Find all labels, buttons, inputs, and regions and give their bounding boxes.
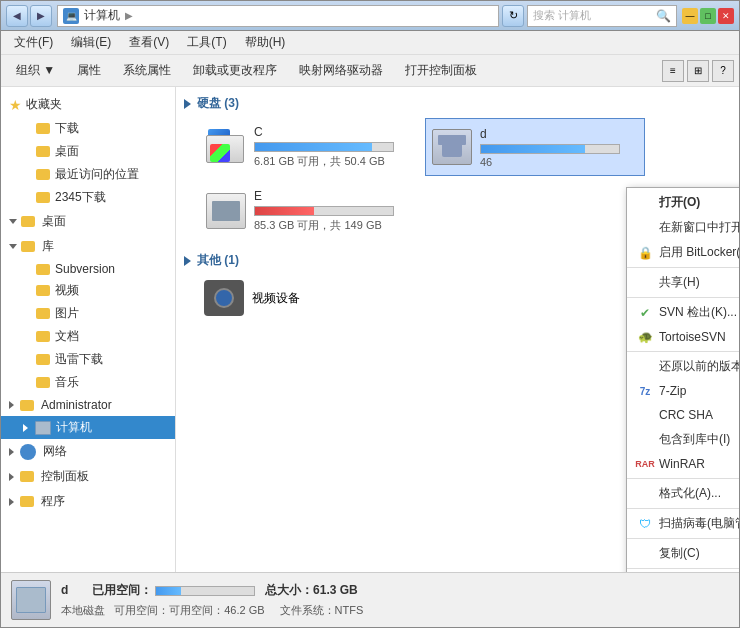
sidebar-library-label: 库 — [42, 238, 54, 255]
ctx-format[interactable]: 格式化(A)... — [627, 481, 739, 506]
toolbar-system-properties[interactable]: 系统属性 — [113, 58, 181, 83]
sidebar: ★ 收藏夹 下载 桌面 最近访问的位置 2345下载 — [1, 87, 176, 572]
sidebar-library-header[interactable]: 库 — [1, 234, 175, 259]
ctx-tortoise-icon: 🐢 — [637, 329, 653, 345]
sidebar-pictures-label: 图片 — [55, 305, 79, 322]
menu-view[interactable]: 查看(V) — [121, 32, 177, 53]
sidebar-item-desktop[interactable]: 桌面 — [1, 140, 175, 163]
search-placeholder: 搜索 计算机 — [533, 8, 653, 23]
ctx-bitlocker-label: 启用 BitLocker(B)... — [659, 244, 739, 261]
computer-icon — [35, 421, 51, 435]
sidebar-programs-header[interactable]: 程序 — [1, 489, 175, 514]
toolbar-uninstall[interactable]: 卸载或更改程序 — [183, 58, 287, 83]
sidebar-network-header[interactable]: 网络 — [1, 439, 175, 464]
drive-c-icon — [206, 129, 246, 165]
ctx-separator — [627, 568, 739, 569]
toolbar-control-panel[interactable]: 打开控制面板 — [395, 58, 487, 83]
sidebar-favorites-header[interactable]: ★ 收藏夹 — [1, 92, 175, 117]
ctx-library-icon — [637, 432, 653, 448]
address-bar[interactable]: 💻 计算机 ▶ — [57, 5, 499, 27]
ctx-include-library-label: 包含到库中(I) — [659, 431, 730, 448]
menu-edit[interactable]: 编辑(E) — [63, 32, 119, 53]
ctx-restore-version[interactable]: 还原以前的版本(V) — [627, 354, 739, 379]
folder-icon — [36, 331, 50, 342]
drive-d-inner — [442, 137, 462, 157]
ctx-svn-checkout[interactable]: ✔ SVN 检出(K)... — [627, 300, 739, 325]
ctx-crc-sha[interactable]: CRC SHA ▶ — [627, 403, 739, 427]
toolbar-organize[interactable]: 组织 ▼ — [6, 58, 65, 83]
sidebar-control-panel-header[interactable]: 控制面板 — [1, 464, 175, 489]
hard-drives-label: 硬盘 (3) — [197, 95, 239, 112]
view-grid-button[interactable]: ⊞ — [687, 60, 709, 82]
menu-tools[interactable]: 工具(T) — [179, 32, 234, 53]
ctx-create-shortcut[interactable]: 创建快捷方式(S) — [627, 571, 739, 572]
view-details-button[interactable]: ≡ — [662, 60, 684, 82]
sidebar-control-panel-label: 控制面板 — [41, 468, 89, 485]
ctx-restore-label: 还原以前的版本(V) — [659, 358, 739, 375]
statusbar: d 已用空间： 总大小：61.3 GB 本地磁盘 可用空间：可用空间：46.2 … — [1, 572, 739, 627]
sidebar-item-subversion[interactable]: Subversion — [1, 259, 175, 279]
drive-d[interactable]: d 46 — [425, 118, 645, 176]
disk-body — [206, 135, 244, 163]
sidebar-docs-label: 文档 — [55, 328, 79, 345]
ctx-new-window-icon — [637, 220, 653, 236]
ctx-share[interactable]: 共享(H) ▶ — [627, 270, 739, 295]
sidebar-item-computer[interactable]: 计算机 — [1, 416, 175, 439]
favorites-star-icon: ★ — [9, 97, 22, 113]
collapse-icon — [9, 473, 14, 481]
sidebar-admin-header[interactable]: Administrator — [1, 394, 175, 416]
sidebar-item-video[interactable]: 视频 — [1, 279, 175, 302]
section-triangle-icon — [184, 99, 191, 109]
ctx-tortoise-svn[interactable]: 🐢 TortoiseSVN ▶ — [627, 325, 739, 349]
sidebar-desktop-header[interactable]: 桌面 — [1, 209, 175, 234]
sidebar-item-2345[interactable]: 2345下载 — [1, 186, 175, 209]
sidebar-item-download[interactable]: 下载 — [1, 117, 175, 140]
sidebar-item-thunder[interactable]: 迅雷下载 — [1, 348, 175, 371]
collapse-icon — [9, 448, 14, 456]
folder-icon — [36, 285, 50, 296]
search-icon[interactable]: 🔍 — [656, 9, 671, 23]
drive-d-icon — [432, 129, 472, 165]
ctx-svn-checkout-label: SVN 检出(K)... — [659, 304, 737, 321]
drive-c-fill — [255, 143, 372, 151]
ctx-7zip[interactable]: 7z 7-Zip ▶ — [627, 379, 739, 403]
ctx-open-new-window[interactable]: 在新窗口中打开(E) — [627, 215, 739, 240]
ctx-include-library[interactable]: 包含到库中(I) ▶ — [627, 427, 739, 452]
search-bar[interactable]: 搜索 计算机 🔍 — [527, 5, 677, 27]
sidebar-thunder-label: 迅雷下载 — [55, 351, 103, 368]
back-button[interactable]: ◀ — [6, 5, 28, 27]
ctx-bitlocker[interactable]: 🔒 启用 BitLocker(B)... — [627, 240, 739, 265]
ctx-winrar[interactable]: RAR WinRAR ▶ — [627, 452, 739, 476]
sidebar-item-recent[interactable]: 最近访问的位置 — [1, 163, 175, 186]
forward-button[interactable]: ▶ — [30, 5, 52, 27]
minimize-button[interactable]: — — [682, 8, 698, 24]
ctx-copy[interactable]: 复制(C) — [627, 541, 739, 566]
close-button[interactable]: ✕ — [718, 8, 734, 24]
sidebar-item-pictures[interactable]: 图片 — [1, 302, 175, 325]
ctx-svn-icon: ✔ — [637, 305, 653, 321]
folder-icon — [36, 264, 50, 275]
webcam-lens — [214, 288, 234, 308]
ctx-format-label: 格式化(A)... — [659, 485, 721, 502]
drive-e[interactable]: E 85.3 GB 可用，共 149 GB — [199, 182, 419, 240]
menu-help[interactable]: 帮助(H) — [237, 32, 294, 53]
toolbar-map-drive[interactable]: 映射网络驱动器 — [289, 58, 393, 83]
ctx-7zip-label: 7-Zip — [659, 384, 686, 398]
ctx-scan-virus[interactable]: 🛡 扫描病毒(电脑管家) — [627, 511, 739, 536]
ctx-separator — [627, 538, 739, 539]
folder-icon — [36, 146, 50, 157]
status-bar-bg — [155, 586, 255, 596]
ctx-open[interactable]: 打开(O) — [627, 190, 739, 215]
toolbar-view-controls: ≡ ⊞ ? — [662, 60, 734, 82]
view-help-button[interactable]: ? — [712, 60, 734, 82]
refresh-button[interactable]: ↻ — [502, 5, 524, 27]
sidebar-item-docs[interactable]: 文档 — [1, 325, 175, 348]
sidebar-video-label: 视频 — [55, 282, 79, 299]
drive-c[interactable]: C 6.81 GB 可用，共 50.4 GB — [199, 118, 419, 176]
menubar: 文件(F) 编辑(E) 查看(V) 工具(T) 帮助(H) — [1, 31, 739, 55]
sidebar-item-music[interactable]: 音乐 — [1, 371, 175, 394]
sidebar-download-label: 下载 — [55, 120, 79, 137]
menu-file[interactable]: 文件(F) — [6, 32, 61, 53]
maximize-button[interactable]: □ — [700, 8, 716, 24]
toolbar-properties[interactable]: 属性 — [67, 58, 111, 83]
